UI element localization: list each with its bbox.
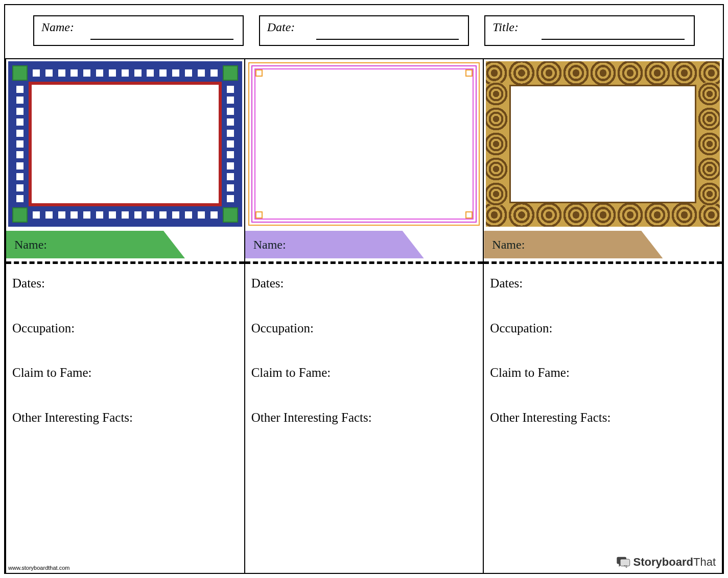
card-3-image-area[interactable]: [509, 85, 696, 203]
title-box[interactable]: Title:: [484, 15, 695, 46]
card-1-facts[interactable]: Other Interesting Facts:: [12, 411, 238, 425]
card-3-dates[interactable]: Dates:: [490, 276, 716, 291]
card-3-info: Dates: Occupation: Claim to Fame: Other …: [484, 264, 722, 455]
footer-url: www.storyboardthat.com: [8, 565, 69, 571]
name-box[interactable]: Name:: [33, 15, 244, 46]
title-underline: [542, 39, 685, 40]
card-1-occupation[interactable]: Occupation:: [12, 321, 238, 335]
card-1-name-label: Name:: [14, 238, 47, 252]
card-1: Name: Dates: Occupation: Claim to Fame: …: [5, 58, 245, 573]
card-2-dates[interactable]: Dates:: [251, 276, 477, 291]
card-1-info: Dates: Occupation: Claim to Fame: Other …: [6, 264, 244, 455]
card-1-image-area[interactable]: [29, 82, 222, 206]
card-3-name-tag[interactable]: Name:: [484, 231, 663, 258]
speech-bubble-icon: [616, 557, 630, 568]
header-row: Name: Date: Title:: [5, 5, 723, 46]
card-2-claim[interactable]: Claim to Fame:: [251, 366, 477, 380]
brand-b: That: [693, 556, 716, 568]
svg-rect-2: [620, 559, 630, 566]
card-2-name-tag[interactable]: Name:: [245, 231, 424, 258]
brand-a: Storyboard: [633, 556, 693, 568]
card-3-name-label: Name:: [492, 238, 525, 252]
card-3-occupation[interactable]: Occupation:: [490, 321, 716, 335]
card-2-facts[interactable]: Other Interesting Facts:: [251, 411, 477, 425]
card-1-name-tag[interactable]: Name:: [6, 231, 185, 258]
name-underline: [90, 39, 233, 40]
card-3-facts[interactable]: Other Interesting Facts:: [490, 411, 716, 425]
date-label: Date:: [267, 20, 295, 34]
card-3-frame: [484, 59, 722, 229]
brand-logo: StoryboardThat: [616, 556, 716, 569]
card-2-name-label: Name:: [253, 238, 286, 252]
card-2: Name: Dates: Occupation: Claim to Fame: …: [244, 58, 484, 573]
name-label: Name:: [41, 20, 74, 34]
svg-marker-3: [624, 566, 626, 568]
card-3: Name: Dates: Occupation: Claim to Fame: …: [483, 58, 723, 573]
cards-row: Name: Dates: Occupation: Claim to Fame: …: [5, 58, 723, 573]
card-3-claim[interactable]: Claim to Fame:: [490, 366, 716, 380]
card-1-claim[interactable]: Claim to Fame:: [12, 366, 238, 380]
card-2-info: Dates: Occupation: Claim to Fame: Other …: [245, 264, 483, 455]
worksheet-page: Name: Date: Title:: [4, 4, 724, 574]
title-label: Title:: [492, 20, 519, 34]
card-1-dates[interactable]: Dates:: [12, 276, 238, 291]
date-box[interactable]: Date:: [259, 15, 469, 46]
card-2-occupation[interactable]: Occupation:: [251, 321, 477, 335]
date-underline: [316, 39, 459, 40]
card-2-frame: [245, 59, 483, 229]
card-1-frame: [6, 59, 244, 229]
card-2-image-area[interactable]: [254, 68, 474, 220]
